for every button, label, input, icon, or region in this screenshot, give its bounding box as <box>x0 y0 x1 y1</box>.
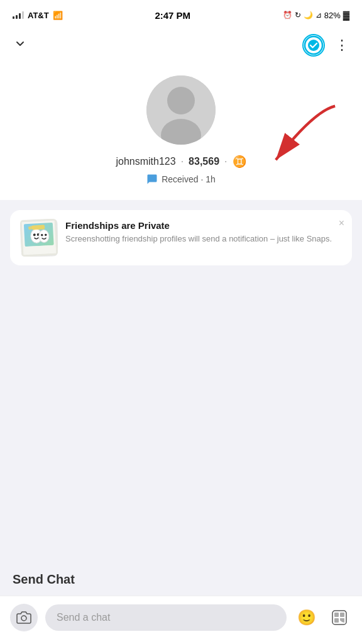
nav-bar: ⋮ <box>0 28 362 63</box>
card-description: Screenshotting friendship profiles will … <box>65 233 342 245</box>
camera-icon <box>16 610 31 625</box>
alarm-icon: ⏰ <box>283 11 292 19</box>
status-right: ⏰ ↻ 🌙 ⊿ 82% ▓ <box>283 10 349 20</box>
received-text: Received · 1h <box>162 174 216 184</box>
snap-score: 83,569 <box>189 156 219 167</box>
carrier-name: AT&T <box>28 11 49 20</box>
wifi-icon: 📶 <box>53 11 63 20</box>
card-text: Friendships are Private Screenshotting f… <box>65 219 342 245</box>
card-illustration <box>20 219 58 257</box>
camera-button[interactable] <box>10 604 38 631</box>
status-time: 2:47 PM <box>155 10 190 21</box>
content-area: Friendships are Private Screenshotting f… <box>0 200 362 514</box>
more-options-button[interactable]: ⋮ <box>335 37 349 53</box>
chat-input[interactable]: Send a chat <box>45 604 287 631</box>
location-icon: ⊿ <box>315 11 322 19</box>
back-button[interactable] <box>13 36 28 55</box>
chat-bubble-icon <box>146 174 158 185</box>
zodiac-icon: ♊ <box>233 155 246 169</box>
close-button[interactable]: × <box>339 218 344 229</box>
svg-rect-17 <box>340 613 344 617</box>
status-left: AT&T 📶 <box>13 11 63 20</box>
sticker-button[interactable] <box>327 605 352 630</box>
svg-rect-18 <box>334 618 339 623</box>
emoji-button[interactable]: 🙂 <box>294 605 319 630</box>
dot-separator: · <box>181 156 184 167</box>
status-bar: AT&T 📶 2:47 PM ⏰ ↻ 🌙 ⊿ 82% ▓ <box>0 0 362 28</box>
battery-icon: ▓ <box>343 10 349 20</box>
battery-percent: 82% <box>324 11 341 20</box>
empty-spacer <box>10 265 352 504</box>
profile-section: johnsmith123 · 83,569 · ♊ Received · 1h <box>0 63 362 200</box>
moon-icon: 🌙 <box>304 11 313 19</box>
sticker-icon <box>331 609 348 626</box>
rotation-icon: ↻ <box>295 11 301 19</box>
svg-point-1 <box>308 40 319 51</box>
nav-actions: ⋮ <box>302 34 349 57</box>
svg-point-14 <box>21 616 26 621</box>
snap-score-icon[interactable] <box>302 34 325 57</box>
svg-point-3 <box>167 87 195 114</box>
emoji-icon: 🙂 <box>297 609 316 626</box>
user-info-row: johnsmith123 · 83,569 · ♊ <box>116 155 246 169</box>
send-chat-label: Send Chat <box>13 571 75 587</box>
svg-rect-12 <box>32 225 45 230</box>
polaroid-image <box>24 223 54 247</box>
svg-rect-16 <box>334 613 339 617</box>
bottom-bar: Send a chat 🙂 <box>0 596 362 644</box>
notification-card: Friendships are Private Screenshotting f… <box>10 210 352 265</box>
card-title: Friendships are Private <box>65 220 342 231</box>
avatar <box>146 75 216 145</box>
dot-separator-2: · <box>224 156 227 167</box>
username: johnsmith123 <box>116 156 175 167</box>
signal-icon <box>13 11 24 19</box>
received-row: Received · 1h <box>146 174 216 185</box>
svg-point-9 <box>38 230 49 243</box>
